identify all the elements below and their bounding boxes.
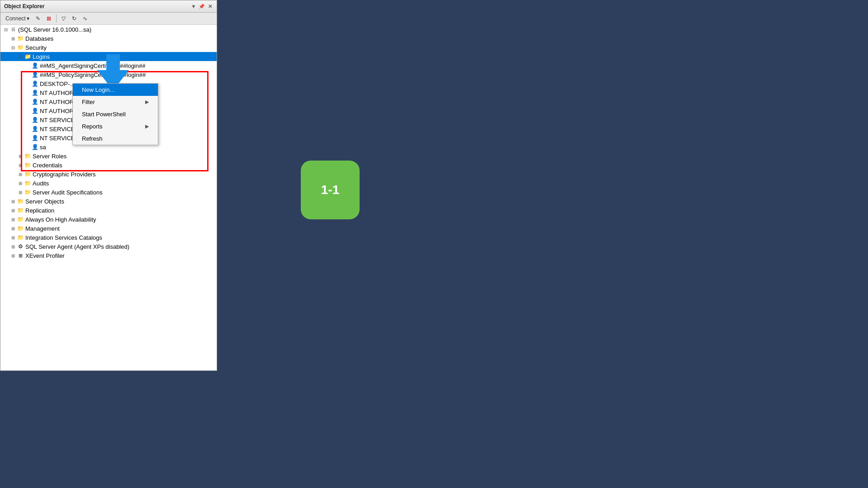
filter-label: Filter xyxy=(82,99,95,105)
activity-icon: ∿ xyxy=(83,15,87,22)
tree-item-server-objects[interactable]: ⊞ 📁 Server Objects xyxy=(0,197,217,206)
audits-folder-icon: 📁 xyxy=(24,180,31,187)
always-on-expander: ⊞ xyxy=(9,216,17,223)
item-expander xyxy=(24,107,31,114)
databases-label: Databases xyxy=(25,35,53,42)
pin-icon[interactable]: 📌 xyxy=(199,3,205,9)
audits-label: Audits xyxy=(33,180,49,187)
refresh-label: Refresh xyxy=(82,135,103,142)
refresh-button[interactable]: ↻ xyxy=(70,14,79,23)
filter-button[interactable]: ▽ xyxy=(59,14,68,23)
integration-label: Integration Services Catalogs xyxy=(25,234,102,241)
tree-item-server-roles[interactable]: ⊞ 📁 Server Roles xyxy=(0,152,217,161)
audits-expander: ⊞ xyxy=(17,180,24,187)
user-icon: 👤 xyxy=(31,98,38,105)
tree-item-management[interactable]: ⊞ 📁 Management xyxy=(0,224,217,233)
context-menu: New Login... Filter ▶ Start PowerShell R… xyxy=(72,83,158,145)
new-query-button[interactable]: ✎ xyxy=(33,14,43,23)
security-folder-icon: 📁 xyxy=(17,44,24,51)
item-expander xyxy=(24,143,31,151)
agent-expander: ⊞ xyxy=(9,243,17,250)
management-expander: ⊞ xyxy=(9,225,17,232)
tree-item-credentials[interactable]: ⊞ 📁 Credentials xyxy=(0,161,217,170)
new-login-label: New Login... xyxy=(82,86,114,93)
xevent-label: XEvent Profiler xyxy=(25,252,65,259)
tree-item-integration-services[interactable]: ⊞ 📁 Integration Services Catalogs xyxy=(0,233,217,242)
tree-item-cryptographic-providers[interactable]: ⊞ 📁 Cryptographic Providers xyxy=(0,170,217,179)
panel-titlebar: Object Explorer ▼ 📌 ✕ xyxy=(0,0,217,13)
server-icon: 🖥 xyxy=(9,26,17,33)
replication-expander: ⊞ xyxy=(9,207,17,214)
tree-item-audits[interactable]: ⊞ 📁 Audits xyxy=(0,179,217,188)
user-icon: 👤 xyxy=(31,134,38,142)
item-expander xyxy=(24,80,31,87)
connect-dropdown-icon: ▾ xyxy=(27,15,29,22)
root-label: (SQL Server 16.0.1000...sa) xyxy=(18,26,91,33)
disconnect-icon: ⊠ xyxy=(47,15,51,22)
tree-item-security[interactable]: ⊟ 📁 Security xyxy=(0,43,217,52)
user-icon: 👤 xyxy=(31,116,38,123)
crypto-expander: ⊞ xyxy=(17,171,24,178)
user-icon: 👤 xyxy=(31,80,38,87)
panel-title-controls: ▼ 📌 ✕ xyxy=(190,3,213,9)
agent-icon: ⚙ xyxy=(17,243,24,250)
item-expander xyxy=(24,125,31,133)
security-expander: ⊟ xyxy=(9,44,17,51)
context-menu-item-refresh[interactable]: Refresh xyxy=(73,133,158,145)
filter-arrow-icon: ▶ xyxy=(145,99,149,105)
panel-title-text: Object Explorer xyxy=(4,3,44,9)
tree-item-xevent[interactable]: ⊞ ⊞ XEvent Profiler xyxy=(0,251,217,260)
tree-item-databases[interactable]: ⊞ 📁 Databases xyxy=(0,34,217,43)
databases-folder-icon: 📁 xyxy=(17,35,24,42)
crypto-folder-icon: 📁 xyxy=(24,171,31,178)
logins-label: Logins xyxy=(33,53,50,60)
dropdown-icon[interactable]: ▼ xyxy=(190,3,197,9)
item-expander xyxy=(24,71,31,78)
tree-item-always-on[interactable]: ⊞ 📁 Always On High Availability xyxy=(0,215,217,224)
tree-root[interactable]: ⊟ 🖥 (SQL Server 16.0.1000...sa) xyxy=(0,25,217,34)
badge-label: 1-1 xyxy=(321,183,339,197)
login-item-label: sa xyxy=(40,144,46,151)
user-icon: 👤 xyxy=(31,143,38,151)
server-roles-label: Server Roles xyxy=(33,153,66,160)
server-objects-folder-icon: 📁 xyxy=(17,198,24,205)
disconnect-button[interactable]: ⊠ xyxy=(44,14,53,23)
user-error-icon: 👤 xyxy=(31,71,38,78)
refresh-icon: ↻ xyxy=(72,15,76,22)
item-expander xyxy=(24,116,31,123)
login-item-label: ##MS_AgentSigningCertificate##login## xyxy=(40,62,145,69)
tree-item-server-audit-specs[interactable]: ⊞ 📁 Server Audit Specifications xyxy=(0,188,217,197)
new-query-icon: ✎ xyxy=(36,15,40,22)
management-folder-icon: 📁 xyxy=(17,225,24,232)
root-expander: ⊟ xyxy=(2,26,9,33)
login-item-label: DESKTOP-... xyxy=(40,81,75,87)
user-icon: 👤 xyxy=(31,107,38,114)
reports-label: Reports xyxy=(82,123,103,130)
arrow-shaft xyxy=(106,54,120,70)
activity-button[interactable]: ∿ xyxy=(81,14,90,23)
integration-expander: ⊞ xyxy=(9,234,17,241)
credentials-folder-icon: 📁 xyxy=(24,161,31,169)
context-menu-item-new-login[interactable]: New Login... xyxy=(73,84,158,96)
logins-folder-icon: 📁 xyxy=(24,53,31,60)
close-icon[interactable]: ✕ xyxy=(207,3,213,9)
logins-expander: ⊟ xyxy=(17,53,24,60)
item-expander xyxy=(24,62,31,69)
always-on-folder-icon: 📁 xyxy=(17,216,24,223)
tree-item-sql-agent[interactable]: ⊞ ⚙ SQL Server Agent (Agent XPs disabled… xyxy=(0,242,217,251)
user-icon: 👤 xyxy=(31,125,38,133)
user-error-icon: 👤 xyxy=(31,62,38,69)
toolbar: Connect ▾ ✎ ⊠ ▽ ↻ ∿ xyxy=(0,13,217,25)
xevent-icon: ⊞ xyxy=(17,252,24,259)
replication-folder-icon: 📁 xyxy=(17,207,24,214)
connect-button[interactable]: Connect ▾ xyxy=(3,14,32,23)
management-label: Management xyxy=(25,225,60,232)
context-menu-item-filter[interactable]: Filter ▶ xyxy=(73,96,158,108)
tree-item-replication[interactable]: ⊞ 📁 Replication xyxy=(0,206,217,215)
toolbar-separator-1 xyxy=(56,14,57,23)
context-menu-item-reports[interactable]: Reports ▶ xyxy=(73,120,158,133)
item-expander xyxy=(24,134,31,142)
replication-label: Replication xyxy=(25,207,54,214)
context-menu-item-powershell[interactable]: Start PowerShell xyxy=(73,108,158,120)
xevent-expander: ⊞ xyxy=(9,252,17,259)
